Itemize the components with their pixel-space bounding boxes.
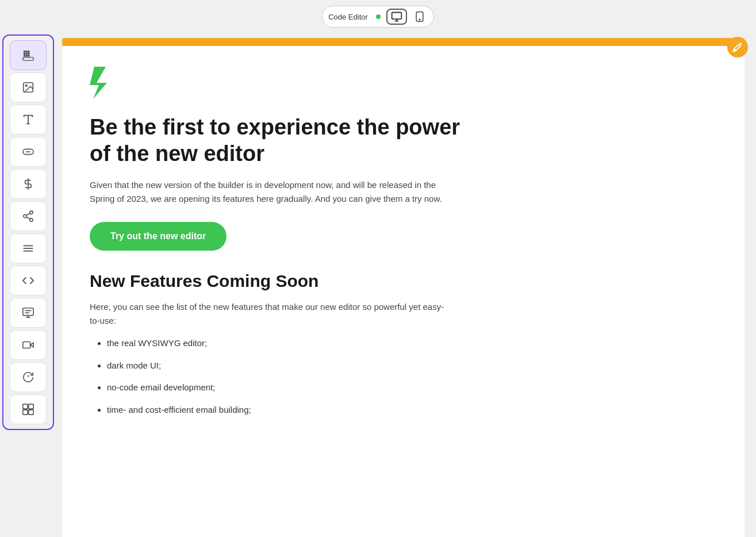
images-icon <box>22 81 34 94</box>
sidebar-item-gallery[interactable] <box>10 394 47 424</box>
email-content: Be the first to experience the power of … <box>62 46 745 537</box>
svg-rect-30 <box>23 308 33 316</box>
svg-point-22 <box>30 211 33 214</box>
email-frame-wrapper: Be the first to experience the power of … <box>62 38 745 537</box>
green-dot-indicator <box>376 14 381 19</box>
svg-rect-0 <box>392 13 401 20</box>
svg-point-23 <box>24 214 27 218</box>
svg-point-16 <box>25 85 27 86</box>
mobile-icon <box>414 11 425 22</box>
logo-icon <box>90 67 113 99</box>
button-icon <box>22 145 34 158</box>
sidebar-item-divider[interactable] <box>10 169 47 199</box>
video-icon <box>22 339 34 351</box>
sidebar-item-menu[interactable] <box>10 233 47 263</box>
desktop-view-button[interactable] <box>386 9 407 25</box>
edit-icon <box>732 42 743 52</box>
email-subtext: Given that the new version of the builde… <box>90 178 446 206</box>
sidebar <box>2 34 54 430</box>
content-area: Be the first to experience the power of … <box>56 32 756 537</box>
section-desc: Here, you can see the list of the new fe… <box>90 300 446 328</box>
list-item: time- and cost-efficient email building; <box>107 404 717 417</box>
sidebar-item-timer[interactable] <box>10 362 47 392</box>
svg-point-9 <box>26 53 27 54</box>
svg-rect-14 <box>23 57 33 61</box>
svg-point-24 <box>30 218 33 222</box>
desktop-icon <box>391 11 402 22</box>
svg-point-10 <box>28 53 29 54</box>
svg-point-4 <box>419 19 420 20</box>
menu-icon <box>22 242 34 255</box>
text-icon <box>22 113 34 126</box>
sidebar-item-images[interactable] <box>10 72 47 102</box>
list-item: no-code email development; <box>107 381 717 394</box>
svg-line-25 <box>26 217 30 219</box>
list-item: the real WYSIWYG editor; <box>107 337 717 350</box>
code-editor-label: Code Editor <box>328 13 371 21</box>
svg-line-26 <box>26 213 30 216</box>
sidebar-item-code[interactable] <box>10 266 47 296</box>
sidebar-item-share[interactable] <box>10 201 47 231</box>
svg-rect-35 <box>23 342 30 348</box>
product-icon <box>22 306 34 319</box>
divider-icon <box>22 178 34 190</box>
sidebar-item-product[interactable] <box>10 298 47 328</box>
email-headline: Be the first to experience the power of … <box>90 114 463 167</box>
timer-icon <box>22 371 34 383</box>
svg-rect-39 <box>29 404 33 409</box>
svg-point-7 <box>28 51 29 52</box>
sidebar-item-button[interactable] <box>10 137 47 167</box>
svg-point-11 <box>24 55 25 56</box>
orange-bar <box>62 38 745 46</box>
list-item: dark mode UI; <box>107 359 717 373</box>
svg-line-42 <box>740 43 742 45</box>
section-title: New Features Coming Soon <box>90 271 717 291</box>
svg-point-6 <box>26 51 27 52</box>
svg-marker-36 <box>30 343 33 347</box>
view-switcher: Code Editor <box>322 6 434 28</box>
top-bar: Code Editor <box>0 0 756 32</box>
share-icon <box>22 210 34 223</box>
mobile-view-button[interactable] <box>412 9 428 25</box>
code-icon <box>22 274 34 287</box>
svg-rect-41 <box>29 410 33 415</box>
try-editor-button[interactable]: Try out the new editor <box>90 222 227 251</box>
brand-logo <box>90 67 717 103</box>
svg-point-5 <box>24 51 25 52</box>
svg-point-12 <box>26 55 27 56</box>
sidebar-item-text[interactable] <box>10 105 47 135</box>
feature-list: the real WYSIWYG editor; dark mode UI; n… <box>90 337 717 416</box>
svg-rect-38 <box>23 404 28 409</box>
gallery-icon <box>22 403 34 416</box>
sidebar-item-video[interactable] <box>10 330 47 360</box>
main-layout: Be the first to experience the power of … <box>0 32 756 537</box>
orange-bar-icon <box>727 37 748 57</box>
svg-point-8 <box>24 53 25 54</box>
blocks-icon <box>22 49 34 62</box>
svg-point-13 <box>28 55 29 56</box>
svg-rect-40 <box>23 410 28 415</box>
sidebar-item-blocks[interactable] <box>10 40 47 70</box>
